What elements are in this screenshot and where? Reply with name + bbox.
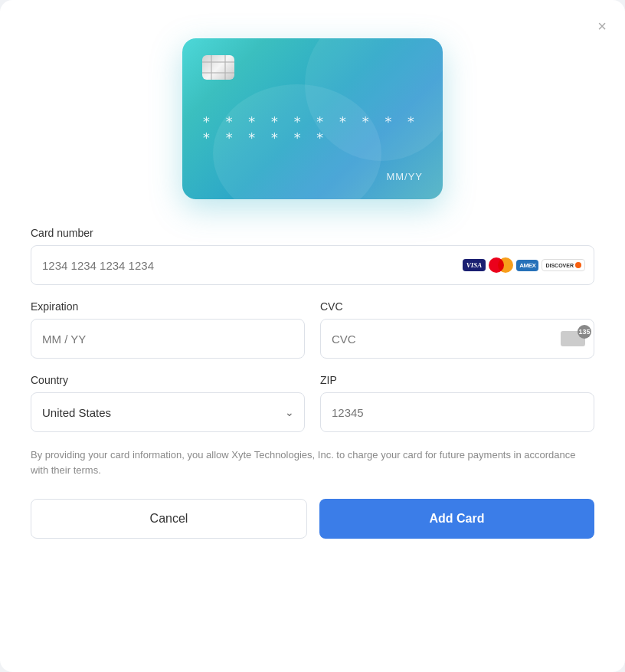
discover-icon: DISCOVER [542, 259, 585, 271]
cancel-button[interactable]: Cancel [31, 499, 307, 539]
zip-label: ZIP [320, 374, 594, 386]
discover-text: DISCOVER [545, 263, 574, 268]
cvc-card-image: 135 [561, 331, 585, 346]
expiration-input[interactable] [31, 319, 305, 359]
cvc-icon: 135 [561, 331, 585, 346]
cvc-field-group: CVC 135 [320, 300, 594, 359]
zip-input[interactable] [320, 392, 594, 432]
card-number-display: * * * * * * * * * * * * * * * * [202, 113, 423, 146]
visa-icon: VISA [463, 259, 486, 271]
cvc-label: CVC [320, 300, 594, 313]
card-brand-icons: VISA AMEX DISCOVER [463, 257, 585, 273]
card-visual-wrapper: * * * * * * * * * * * * * * * * MM/YY [182, 38, 443, 199]
card-expiry-display: MM/YY [202, 171, 423, 182]
add-card-button[interactable]: Add Card [319, 499, 594, 539]
card-number-field-wrapper: VISA AMEX DISCOVER [31, 245, 594, 285]
expiration-label: Expiration [31, 300, 305, 313]
cvc-field-wrapper: 135 [320, 319, 594, 359]
disclaimer-text: By providing your card information, you … [31, 447, 594, 477]
zip-field-group: ZIP [320, 374, 594, 432]
card-chip [202, 55, 234, 80]
country-select-wrapper: United States Canada United Kingdom Aust… [31, 392, 305, 432]
country-label: Country [31, 374, 305, 386]
payment-dialog: × * * * * * * * * * * * * * * * * MM/YY … [0, 0, 625, 672]
expiration-field-group: Expiration [31, 300, 305, 359]
mastercard-right-circle [498, 257, 513, 273]
country-field-group: Country United States Canada United King… [31, 374, 305, 432]
country-zip-row: Country United States Canada United King… [31, 374, 594, 432]
amex-icon: AMEX [516, 260, 538, 271]
discover-dot [575, 262, 581, 268]
card-number-label: Card number [31, 227, 594, 239]
payment-form: Card number VISA AMEX DISCOVER Expiratio… [31, 227, 594, 539]
card-visual: * * * * * * * * * * * * * * * * MM/YY [182, 38, 443, 199]
cvc-input[interactable] [320, 319, 594, 359]
mastercard-icon [489, 257, 513, 273]
country-select[interactable]: United States Canada United Kingdom Aust… [31, 392, 305, 432]
close-button[interactable]: × [594, 15, 610, 37]
expiry-cvc-row: Expiration CVC 135 [31, 300, 594, 359]
cvc-badge: 135 [578, 325, 591, 339]
button-row: Cancel Add Card [31, 499, 594, 539]
